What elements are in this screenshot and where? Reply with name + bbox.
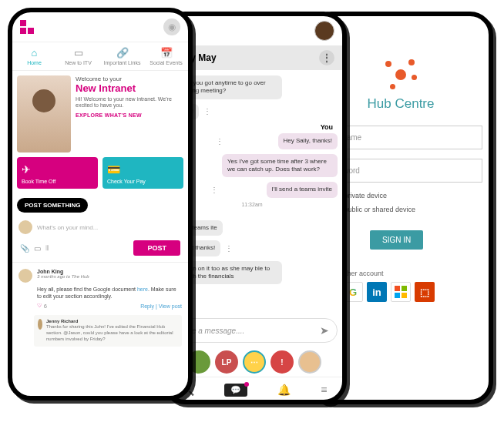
tab-label: New to ITV	[65, 60, 92, 65]
like-icon[interactable]: ♡	[37, 303, 42, 309]
tab-important-links[interactable]: 🔗Important Links	[100, 42, 144, 70]
microsoft-login-icon[interactable]	[391, 282, 411, 302]
message-menu-icon[interactable]: ⋮	[203, 107, 211, 116]
composer-input[interactable]: What's on your mind...	[37, 224, 98, 231]
post-author-avatar[interactable]	[18, 269, 32, 283]
post-meta: 3 months ago to The Hub	[37, 274, 89, 279]
post-body: Hey all, please find the Google document…	[37, 286, 182, 300]
tab-new-to-itv[interactable]: ▭New to ITV	[56, 42, 100, 70]
linkedin-login-icon[interactable]: in	[367, 282, 387, 302]
message-input[interactable]: Type a message.... ➤	[171, 318, 338, 343]
welcome-banner: Welcome to your New Intranet Hi! Welcome…	[17, 75, 183, 152]
dock-avatar[interactable]: !	[270, 350, 294, 374]
welcome-subtitle: Hi! Welcome to your new intranet. We're …	[76, 96, 183, 109]
welcome-title: New Intranet	[76, 82, 183, 94]
plane-icon: ✈	[22, 163, 93, 176]
calendar-icon: 📅	[146, 47, 186, 59]
current-user-avatar[interactable]	[314, 21, 334, 41]
welcome-pretitle: Welcome to your	[76, 75, 183, 82]
message-menu-icon[interactable]: ⋮	[225, 244, 233, 253]
dock-avatar[interactable]: ⋯	[243, 350, 266, 374]
explore-link[interactable]: EXPLORE WHAT'S NEW	[76, 112, 183, 118]
brand-logo-icon	[20, 20, 34, 34]
dock-avatar[interactable]	[298, 350, 321, 374]
feed-post: John King 3 months ago to The Hub Hey al…	[12, 266, 188, 312]
reply-author[interactable]: Jenny Richard	[46, 319, 178, 323]
post-button[interactable]: POST	[133, 240, 180, 256]
phone-intranet: ◉ ⌂Home ▭New to ITV 🔗Important Links 📅So…	[8, 8, 193, 401]
reply-text: Thanks for sharing this John! I've edite…	[46, 324, 178, 342]
message-list[interactable]: y, have you got anytime to go over marke…	[166, 70, 342, 313]
tab-social-events[interactable]: 📅Social Events	[144, 42, 188, 70]
composer-avatar	[18, 220, 32, 234]
tab-home[interactable]: ⌂Home	[12, 42, 56, 70]
reply-view-link[interactable]: Reply | View post	[140, 303, 182, 309]
sender-label: May	[168, 210, 338, 218]
image-icon[interactable]: ▭	[34, 244, 41, 253]
office-login-icon[interactable]: ⬚	[415, 282, 435, 302]
tab-label: Important Links	[104, 60, 141, 65]
post-link[interactable]: here	[137, 287, 148, 292]
home-icon: ⌂	[14, 47, 55, 59]
card-label: Book Time Off	[22, 179, 55, 184]
message-out: I'll send a teams invite	[267, 182, 338, 197]
feed-reply: Jenny Richard Thanks for sharing this Jo…	[34, 315, 182, 346]
post-author-name[interactable]: John King	[37, 269, 89, 274]
post-something-pill: POST SOMETHING	[17, 198, 88, 213]
chat-titlebar: Sally May ⋮	[166, 45, 342, 70]
signin-button[interactable]: SIGN IN	[370, 230, 423, 250]
profile-avatar-icon[interactable]: ◉	[163, 18, 180, 35]
link-icon: 🔗	[102, 47, 143, 59]
card-label: Check Your Pay	[107, 179, 146, 184]
attach-icon[interactable]: 📎	[20, 244, 29, 253]
reply-avatar[interactable]	[38, 319, 42, 330]
send-icon[interactable]: ➤	[320, 324, 329, 337]
bottom-nav: 🔍 💬 🔔 ≡	[166, 377, 342, 400]
tab-label: Home	[27, 60, 42, 65]
banner-photo	[17, 75, 71, 152]
menu-icon[interactable]: ≡	[321, 384, 327, 397]
book-time-off-card[interactable]: ✈ Book Time Off	[17, 157, 98, 189]
notifications-icon[interactable]: 🔔	[277, 384, 291, 397]
contact-dock: LP⋯!	[166, 347, 342, 377]
message-out: Yes I've got some time after 3 where we …	[222, 154, 338, 178]
chat-nav-icon[interactable]: 💬	[224, 384, 247, 397]
credit-card-icon: 💳	[107, 163, 179, 176]
message-menu-icon[interactable]: ⋮	[216, 137, 223, 146]
tab-label: Social Events	[150, 60, 182, 65]
message-menu-icon[interactable]: ⋮	[210, 186, 218, 194]
hub-logo-icon	[384, 58, 418, 92]
like-count: 6	[44, 303, 47, 309]
card-icon: ▭	[58, 47, 99, 59]
dock-avatar[interactable]: LP	[215, 350, 238, 374]
poll-icon[interactable]: ⫴	[45, 243, 49, 253]
chat-menu-icon[interactable]: ⋮	[319, 50, 334, 65]
top-tabs: ⌂Home ▭New to ITV 🔗Important Links 📅Soci…	[12, 42, 188, 71]
check-pay-card[interactable]: 💳 Check Your Pay	[102, 157, 183, 189]
message-out: Hey Sally, thanks!	[278, 133, 338, 149]
